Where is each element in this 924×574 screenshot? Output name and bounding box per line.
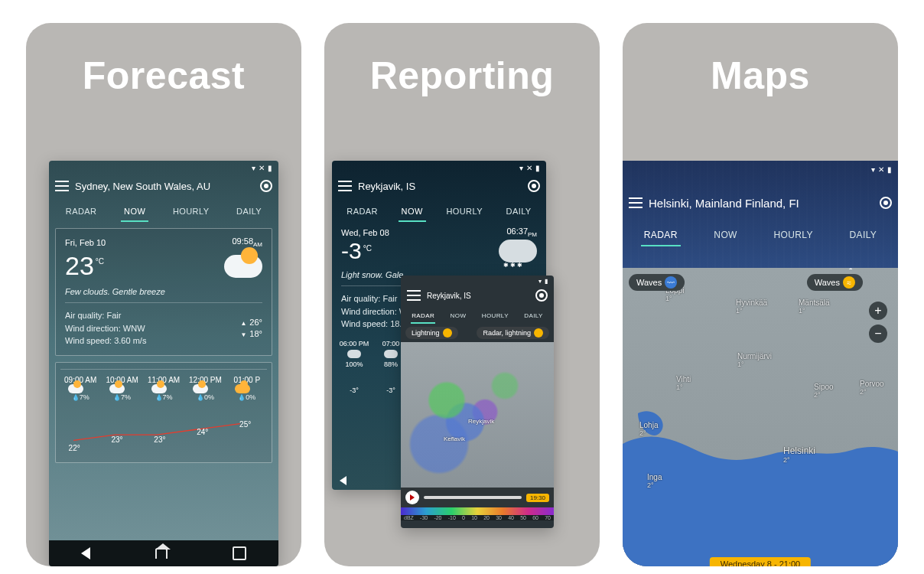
map-city-label: Mäntsälä1° (799, 298, 830, 315)
card-title: Forecast (26, 54, 301, 98)
layer-pill-left[interactable]: Waves 〰 (629, 274, 685, 291)
tab-daily[interactable]: DAILY (844, 225, 881, 246)
locate-icon[interactable] (880, 197, 892, 209)
tab-daily[interactable]: DAILY (232, 202, 266, 222)
menu-icon[interactable] (338, 181, 352, 191)
nav-recent-icon[interactable] (233, 546, 246, 560)
date-label: Wed, Feb 08 (341, 228, 389, 237)
app-top-bar: Sydney, New South Wales, AU (49, 174, 278, 197)
app-top-bar: Reykjavik, IS (332, 174, 546, 197)
map-city-label: Reykjavik (468, 418, 494, 425)
locate-icon[interactable] (535, 289, 548, 302)
zoom-out-button[interactable]: − (869, 325, 887, 343)
waves-icon: ≈ (843, 276, 855, 289)
tab-radar[interactable]: RADAR (409, 309, 437, 324)
signal-icon: ✕ (259, 164, 265, 172)
map-city-label: Sipoo2° (814, 383, 834, 399)
play-button[interactable] (405, 491, 419, 504)
menu-icon[interactable] (407, 290, 421, 301)
location-label[interactable]: Sydney, New South Wales, AU (75, 181, 254, 192)
card-title: Maps (623, 54, 898, 98)
menu-icon[interactable] (629, 197, 643, 208)
weather-icon (193, 384, 208, 393)
map-city-label: Helsinki2° (783, 445, 815, 464)
weather-map[interactable]: Loppi1° Hyvinkää1° Mäntsälä1° Nurmijärvi… (623, 268, 898, 566)
wifi-icon: ▾ (538, 278, 542, 285)
tab-hourly[interactable]: HOURLY (441, 202, 486, 222)
zoom-in-button[interactable]: + (869, 302, 887, 320)
locate-icon[interactable] (260, 180, 272, 192)
now-panel: Fri, Feb 10 09:58AM 23°C Few clouds. Gen… (55, 228, 272, 356)
tabs: RADAR NOW HOURLY DAILY (332, 197, 546, 222)
details-block: Air quality: Fair Wind direction: WNW Wi… (65, 309, 146, 347)
location-label[interactable]: Reykjavik, IS (427, 292, 529, 300)
battery-icon: ▮ (545, 278, 548, 285)
hour-cell: 09:00 AM 7% (60, 376, 100, 401)
radar-scale: dBZ-30-20 -10010 203040 506070 (401, 515, 554, 520)
layer-pill-left[interactable]: Lightning (405, 327, 458, 339)
hour-cell: 10:00 AM 7% (102, 376, 142, 401)
promo-card-reporting: Reporting ▾ ✕ ▮ Reykjavik, IS RADAR NOW … (324, 23, 600, 566)
waves-icon: 〰 (665, 276, 677, 289)
layer-pill-right[interactable]: 1° Waves ≈ (807, 274, 863, 291)
map-city-label: Keflavik (444, 435, 465, 442)
radar-icon (534, 328, 543, 338)
tabs: RADAR NOW HOURLY DAILY (401, 305, 554, 324)
weather-icon (68, 384, 83, 393)
tab-now[interactable]: NOW (397, 202, 428, 222)
tab-now[interactable]: NOW (448, 309, 469, 324)
status-bar: ▾ ✕ ▮ (332, 161, 546, 174)
nav-home-icon[interactable] (155, 548, 168, 559)
map-city-label: Hyvinkää1° (736, 298, 767, 315)
nav-back-icon[interactable] (340, 476, 346, 485)
status-bar: ▾ ✕ ▮ (49, 161, 278, 174)
conditions-text: Few clouds. Gentle breeze (65, 287, 262, 296)
radar-timeline[interactable] (424, 496, 522, 499)
tab-daily[interactable]: DAILY (522, 309, 545, 324)
map-city-label: Porvoo2° (860, 380, 884, 396)
date-label: Fri, Feb 10 (65, 238, 106, 247)
temp-chart: 22° 23° 23° 24° 25° (67, 406, 261, 459)
tab-radar[interactable]: RADAR (342, 202, 382, 222)
time-label: 06:37PM (506, 227, 537, 238)
hourly-row: 09:00 AM 7% 10:00 AM 7% 11:00 AM 7% 12:0… (60, 369, 267, 401)
tab-now[interactable]: NOW (119, 202, 150, 222)
tab-radar[interactable]: RADAR (639, 225, 682, 246)
radar-map[interactable]: Reykjavik Keflavik (401, 342, 554, 488)
nav-back-icon[interactable] (81, 547, 90, 559)
location-label[interactable]: Reykjavik, IS (358, 181, 522, 192)
map-city-label: Vihti1° (676, 375, 691, 391)
snow-icon (384, 350, 398, 358)
tab-radar[interactable]: RADAR (61, 202, 102, 222)
location-label[interactable]: Helsinki, Mainland Finland, FI (649, 197, 874, 210)
app-top-bar: Reykjavik, IS (401, 286, 554, 305)
radar-colorbar (401, 507, 554, 515)
tabs: RADAR NOW HOURLY DAILY (623, 220, 898, 246)
radar-play-bar: 19:30 (401, 488, 554, 507)
locate-icon[interactable] (528, 180, 540, 192)
app-top-bar: Helsinki, Mainland Finland, FI (623, 185, 898, 220)
weather-icon (151, 384, 167, 393)
tab-hourly[interactable]: HOURLY (769, 225, 818, 246)
hour-cell: 11:00 AM 7% (144, 376, 184, 401)
map-timestamp: Wednesday 8 - 21:00 (710, 557, 811, 566)
tab-hourly[interactable]: HOURLY (480, 309, 511, 324)
card-title: Reporting (324, 54, 600, 98)
phone-forecast: ▾ ✕ ▮ Sydney, New South Wales, AU RADAR … (49, 161, 278, 566)
android-nav-bar (49, 540, 278, 566)
status-bar: ▾ ▮ (401, 276, 554, 286)
time-label: 09:58AM (232, 236, 262, 248)
wifi-icon: ▾ (252, 164, 255, 172)
layer-pill-right[interactable]: Radar, lightning (477, 327, 549, 339)
menu-icon[interactable] (55, 181, 69, 191)
lightning-icon (443, 328, 452, 338)
high-low-block: 26° 18° (240, 317, 262, 341)
weather-icon (109, 384, 125, 393)
hourly-panel[interactable]: 09:00 AM 7% 10:00 AM 7% 11:00 AM 7% 12:0… (55, 362, 272, 463)
tab-hourly[interactable]: HOURLY (168, 202, 213, 222)
tab-daily[interactable]: DAILY (502, 202, 536, 222)
tab-now[interactable]: NOW (709, 225, 742, 246)
weather-icon (224, 255, 262, 278)
snow-icon: ✱ ✱ ✱ (499, 240, 537, 263)
signal-icon: ✕ (878, 165, 884, 174)
